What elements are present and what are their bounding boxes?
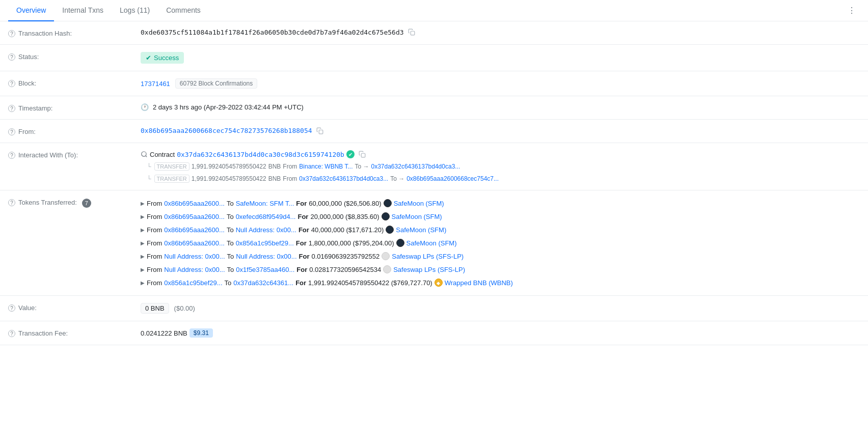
transfer-row-2: └ TRANSFER 1,991.99240545789550422 BNB F… bbox=[141, 175, 499, 183]
transfer-to-address-2[interactable]: 0x86b695aaa2600668cec754c7... bbox=[406, 175, 499, 182]
more-options-button[interactable]: ⋮ bbox=[844, 2, 860, 19]
tx-hash-help-icon[interactable]: ? bbox=[8, 30, 15, 37]
tt6-token-name[interactable]: Safeswap LPs (SFS-LP) bbox=[393, 266, 465, 273]
transfer-from-address-1[interactable]: Binance: WBNB T... bbox=[299, 163, 352, 170]
tab-logs[interactable]: Logs (11) bbox=[112, 0, 158, 21]
tt4-to-address[interactable]: 0x856a1c95bef29... bbox=[236, 239, 294, 247]
block-help-icon[interactable]: ? bbox=[8, 80, 15, 87]
transfer-from-address-2[interactable]: 0x37da632c6436137bd4d0ca3... bbox=[299, 175, 388, 182]
svg-rect-1 bbox=[319, 130, 323, 134]
arrow-icon-2: To → bbox=[390, 175, 404, 182]
tokens-transferred-help-icon[interactable]: ? bbox=[8, 199, 15, 206]
tt5-for-label: For bbox=[299, 253, 310, 260]
tt5-to-address[interactable]: Null Address: 0x00... bbox=[236, 253, 296, 260]
tt3-to-address[interactable]: Null Address: 0x00... bbox=[236, 226, 296, 234]
tt6-for-label: For bbox=[296, 266, 307, 273]
block-label-text: Block: bbox=[18, 79, 36, 87]
tt3-token-name[interactable]: SafeMoon (SFM) bbox=[396, 226, 446, 234]
tt7-token-name[interactable]: Wrapped BNB (WBNB) bbox=[445, 279, 513, 287]
from-row: ? From: 0x86b695aaa2600668cec754c7827357… bbox=[0, 120, 868, 143]
tt5-from-address[interactable]: Null Address: 0x00... bbox=[164, 253, 225, 260]
tokens-count-badge: 7 bbox=[82, 199, 91, 208]
tx-fee-bnb: 0.0241222 BNB bbox=[141, 329, 187, 337]
tokens-transferred-label-text: Tokens Transferred: bbox=[18, 199, 77, 206]
status-row: ? Status: ✔ Success bbox=[0, 45, 868, 71]
from-label: ? From: bbox=[8, 127, 141, 135]
contract-address-link[interactable]: 0x37da632c6436137bd4d0ca30c98d3c61597412… bbox=[177, 151, 344, 158]
status-help-icon[interactable]: ? bbox=[8, 53, 15, 61]
tt4-to-label: To bbox=[227, 239, 234, 247]
from-copy-icon[interactable] bbox=[316, 127, 323, 134]
tx-hash-copy-icon[interactable] bbox=[408, 29, 415, 36]
tt1-to-address[interactable]: SafeMoon: SFM T... bbox=[236, 200, 294, 207]
from-address-link[interactable]: 0x86b695aaa2600668cec754c78273576268b188… bbox=[141, 127, 312, 134]
tt3-from-address[interactable]: 0x86b695aaa2600... bbox=[164, 226, 225, 234]
tt6-to-address[interactable]: 0x1f5e3785aa460... bbox=[236, 266, 294, 273]
tt7-to-address[interactable]: 0x37da632c64361... bbox=[233, 279, 293, 287]
timestamp-help-icon[interactable]: ? bbox=[8, 105, 15, 112]
tab-internal-txns[interactable]: Internal Txns bbox=[54, 0, 112, 21]
value-content: 0 BNB ($0.00) bbox=[141, 303, 860, 314]
tt1-from-address[interactable]: 0x86b695aaa2600... bbox=[164, 200, 225, 207]
value-row: ? Value: 0 BNB ($0.00) bbox=[0, 296, 868, 321]
tx-hash-label: ? Transaction Hash: bbox=[8, 29, 141, 37]
check-icon: ✔ bbox=[146, 54, 151, 62]
tt2-from-address[interactable]: 0x86b695aaa2600... bbox=[164, 213, 225, 220]
svg-point-2 bbox=[142, 152, 146, 156]
clock-icon: 🕐 bbox=[141, 103, 149, 111]
contract-row: Contract 0x37da632c6436137bd4d0ca30c98d3… bbox=[141, 150, 366, 158]
tx-fee-label: ? Transaction Fee: bbox=[8, 328, 141, 337]
tt6-from-label: From bbox=[147, 266, 162, 273]
tt5-to-label: To bbox=[227, 253, 234, 260]
tx-fee-help-icon[interactable]: ? bbox=[8, 330, 15, 337]
timestamp-label-text: Timestamp: bbox=[18, 104, 52, 112]
arrow-icon-1: To → bbox=[355, 163, 369, 170]
transfer-label-2: TRANSFER bbox=[154, 175, 189, 183]
tt5-token-name[interactable]: Safeswap LPs (SFS-LP) bbox=[392, 253, 464, 260]
tokens-transferred-label: ? Tokens Transferred: 7 bbox=[8, 198, 141, 208]
interacted-with-row: ? Interacted With (To): Contract 0x37da6… bbox=[0, 143, 868, 190]
status-label-text: Status: bbox=[18, 53, 39, 61]
block-value: 17371461 60792 Block Confirmations bbox=[141, 78, 860, 89]
token-transfer-1: ▶ From 0x86b695aaa2600... To SafeMoon: S… bbox=[141, 198, 444, 209]
tt3-token-icon bbox=[386, 226, 394, 234]
svg-rect-4 bbox=[361, 153, 365, 157]
tt2-to-address[interactable]: 0xefecd68f9549d4... bbox=[236, 213, 296, 220]
tab-overview[interactable]: Overview bbox=[8, 0, 54, 21]
tt2-from-label: From bbox=[147, 213, 162, 220]
transfer-amount-1: 1,991.99240545789550422 bbox=[192, 163, 266, 170]
transfer-to-address-1[interactable]: 0x37da632c6436137bd4d0ca3... bbox=[371, 163, 460, 170]
tt3-from-label: From bbox=[147, 226, 162, 234]
value-help-icon[interactable]: ? bbox=[8, 304, 15, 312]
tt7-from-address[interactable]: 0x856a1c95bef29... bbox=[164, 279, 222, 287]
from-help-icon[interactable]: ? bbox=[8, 128, 15, 135]
tt3-to-label: To bbox=[227, 226, 234, 234]
tx-hash-address: 0xde60375cf511084a1b1f17841f26a06050b30c… bbox=[141, 29, 404, 36]
block-number-link[interactable]: 17371461 bbox=[141, 80, 170, 88]
block-label: ? Block: bbox=[8, 78, 141, 87]
tt4-token-name[interactable]: SafeMoon (SFM) bbox=[406, 239, 457, 247]
timestamp-value: 🕐 2 days 3 hrs ago (Apr-29-2022 03:42:44… bbox=[141, 103, 860, 111]
tt2-token-name[interactable]: SafeMoon (SFM) bbox=[392, 213, 442, 220]
value-usd: ($0.00) bbox=[174, 304, 195, 312]
tt3-for-label: For bbox=[299, 226, 309, 234]
token-arrow-1: ▶ bbox=[141, 201, 145, 206]
timestamp-row: ? Timestamp: 🕐 2 days 3 hrs ago (Apr-29-… bbox=[0, 96, 868, 120]
tt4-from-address[interactable]: 0x86b695aaa2600... bbox=[164, 239, 225, 247]
tt7-token-icon: ◆ bbox=[435, 279, 443, 287]
value-label: ? Value: bbox=[8, 303, 141, 312]
interacted-with-help-icon[interactable]: ? bbox=[8, 152, 15, 159]
tt4-token-icon bbox=[396, 239, 404, 247]
tt4-for-label: For bbox=[296, 239, 307, 247]
token-arrow-6: ▶ bbox=[141, 267, 145, 272]
transfer-row-1: └ TRANSFER 1,991.99240545789550422 BNB F… bbox=[141, 162, 460, 171]
tt6-to-label: To bbox=[227, 266, 234, 273]
tt6-from-address[interactable]: Null Address: 0x00... bbox=[164, 266, 225, 273]
tt2-token-icon bbox=[382, 212, 390, 220]
branch-icon-2: └ bbox=[147, 175, 151, 182]
contract-copy-icon[interactable] bbox=[359, 151, 366, 158]
branch-icon-1: └ bbox=[147, 163, 151, 170]
tt1-token-name[interactable]: SafeMoon (SFM) bbox=[394, 200, 444, 207]
from-label-text: From: bbox=[18, 128, 36, 135]
tab-comments[interactable]: Comments bbox=[158, 0, 209, 21]
